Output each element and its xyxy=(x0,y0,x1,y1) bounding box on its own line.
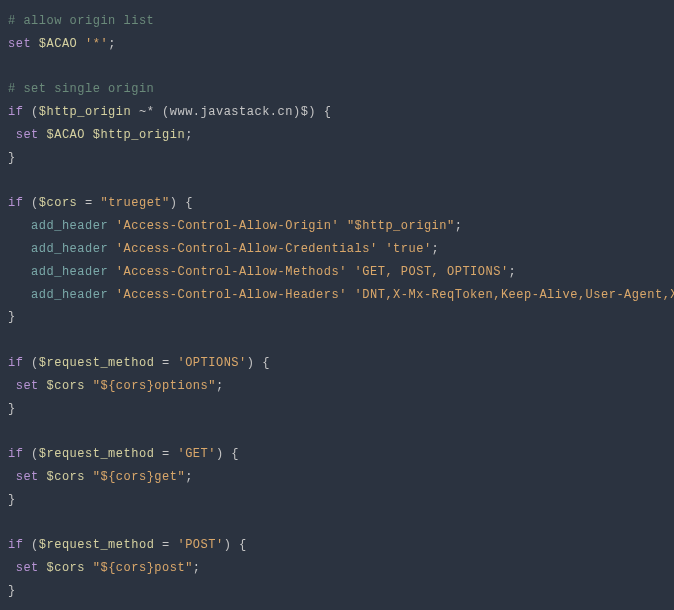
token-punctuation: ( xyxy=(23,356,38,370)
token-string: "$http_origin" xyxy=(347,219,455,233)
token-string: "${cors}get" xyxy=(93,470,185,484)
token-punctuation: ; xyxy=(193,561,201,575)
token-punctuation: } xyxy=(8,310,16,324)
token-punctuation: ; xyxy=(455,219,463,233)
token-string: 'Access-Control-Allow-Headers' xyxy=(116,288,347,302)
token-punctuation: ~* (www.javastack.cn)$) { xyxy=(131,105,331,119)
token-punctuation: ; xyxy=(216,379,224,393)
token-variable: $cors xyxy=(47,470,86,484)
token-punctuation xyxy=(39,561,47,575)
token-variable: $cors xyxy=(47,561,86,575)
token-punctuation xyxy=(77,37,85,51)
token-punctuation xyxy=(8,242,31,256)
token-keyword: set xyxy=(16,128,39,142)
token-keyword: set xyxy=(16,379,39,393)
token-string: 'Access-Control-Allow-Origin' xyxy=(116,219,339,233)
token-punctuation xyxy=(8,219,31,233)
token-punctuation: = xyxy=(77,196,100,210)
token-punctuation: = xyxy=(154,447,177,461)
token-function: add_header xyxy=(31,265,108,279)
code-line: } xyxy=(8,489,666,512)
token-string: 'Access-Control-Allow-Methods' xyxy=(116,265,347,279)
token-string: 'GET, POST, OPTIONS' xyxy=(355,265,509,279)
code-line: set $cors "${cors}post"; xyxy=(8,557,666,580)
token-punctuation: ; xyxy=(509,265,517,279)
token-punctuation xyxy=(8,288,31,302)
token-string: '*' xyxy=(85,37,108,51)
token-punctuation xyxy=(108,219,116,233)
token-keyword: set xyxy=(8,37,31,51)
token-string: 'Access-Control-Allow-Credentials' xyxy=(116,242,378,256)
token-keyword: if xyxy=(8,105,23,119)
code-line: # allow origin list xyxy=(8,10,666,33)
token-keyword: set xyxy=(16,561,39,575)
token-punctuation xyxy=(339,219,347,233)
token-variable: $ACAO xyxy=(47,128,86,142)
token-function: add_header xyxy=(31,288,108,302)
token-punctuation xyxy=(39,379,47,393)
code-line: add_header 'Access-Control-Allow-Methods… xyxy=(8,261,666,284)
token-string: 'true' xyxy=(385,242,431,256)
code-line xyxy=(8,56,666,79)
token-keyword: if xyxy=(8,447,23,461)
token-function: add_header xyxy=(31,219,108,233)
token-string: 'POST' xyxy=(177,538,223,552)
token-keyword: set xyxy=(16,470,39,484)
token-punctuation xyxy=(8,128,16,142)
token-keyword: if xyxy=(8,196,23,210)
token-punctuation xyxy=(347,265,355,279)
token-variable: $cors xyxy=(39,196,78,210)
token-keyword: if xyxy=(8,356,23,370)
code-line: # set single origin xyxy=(8,78,666,101)
token-keyword: if xyxy=(8,538,23,552)
token-punctuation xyxy=(8,379,16,393)
token-punctuation: ; xyxy=(185,470,193,484)
token-punctuation: ; xyxy=(432,242,440,256)
token-punctuation xyxy=(347,288,355,302)
code-line: add_header 'Access-Control-Allow-Origin'… xyxy=(8,215,666,238)
token-punctuation: ; xyxy=(185,128,193,142)
token-punctuation xyxy=(8,470,16,484)
token-punctuation: ( xyxy=(23,105,38,119)
token-punctuation: ; xyxy=(108,37,116,51)
token-string: "${cors}post" xyxy=(93,561,193,575)
token-punctuation xyxy=(108,265,116,279)
token-punctuation: ( xyxy=(23,196,38,210)
token-punctuation: ( xyxy=(23,447,38,461)
token-punctuation: = xyxy=(154,356,177,370)
token-punctuation: ( xyxy=(23,538,38,552)
token-variable: $http_origin xyxy=(93,128,185,142)
token-punctuation: ) { xyxy=(247,356,270,370)
code-line: if ($cors = "trueget") { xyxy=(8,192,666,215)
token-variable: $request_method xyxy=(39,447,155,461)
token-variable: $cors xyxy=(47,379,86,393)
token-variable: $ACAO xyxy=(39,37,78,51)
token-variable: $request_method xyxy=(39,538,155,552)
token-punctuation xyxy=(85,379,93,393)
code-line: if ($request_method = 'GET') { xyxy=(8,443,666,466)
code-line xyxy=(8,329,666,352)
code-block: # allow origin listset $ACAO '*'; # set … xyxy=(8,10,666,603)
token-punctuation: = xyxy=(154,538,177,552)
token-punctuation: ) { xyxy=(216,447,239,461)
token-punctuation xyxy=(39,128,47,142)
token-punctuation: } xyxy=(8,151,16,165)
code-line: set $ACAO '*'; xyxy=(8,33,666,56)
code-line: } xyxy=(8,398,666,421)
code-line: if ($request_method = 'OPTIONS') { xyxy=(8,352,666,375)
code-line xyxy=(8,512,666,535)
token-punctuation: ) { xyxy=(170,196,193,210)
code-line xyxy=(8,170,666,193)
code-line: set $cors "${cors}get"; xyxy=(8,466,666,489)
code-line: add_header 'Access-Control-Allow-Headers… xyxy=(8,284,666,307)
token-punctuation: ) { xyxy=(224,538,247,552)
token-string: 'DNT,X-Mx-ReqToken,Keep-Alive,User-Agent… xyxy=(355,288,674,302)
token-punctuation xyxy=(108,288,116,302)
token-variable: $http_origin xyxy=(39,105,131,119)
token-variable: $request_method xyxy=(39,356,155,370)
code-line: set $cors "${cors}options"; xyxy=(8,375,666,398)
code-line: if ($http_origin ~* (www.javastack.cn)$)… xyxy=(8,101,666,124)
code-line: if ($request_method = 'POST') { xyxy=(8,534,666,557)
token-punctuation xyxy=(39,470,47,484)
code-line: } xyxy=(8,580,666,603)
